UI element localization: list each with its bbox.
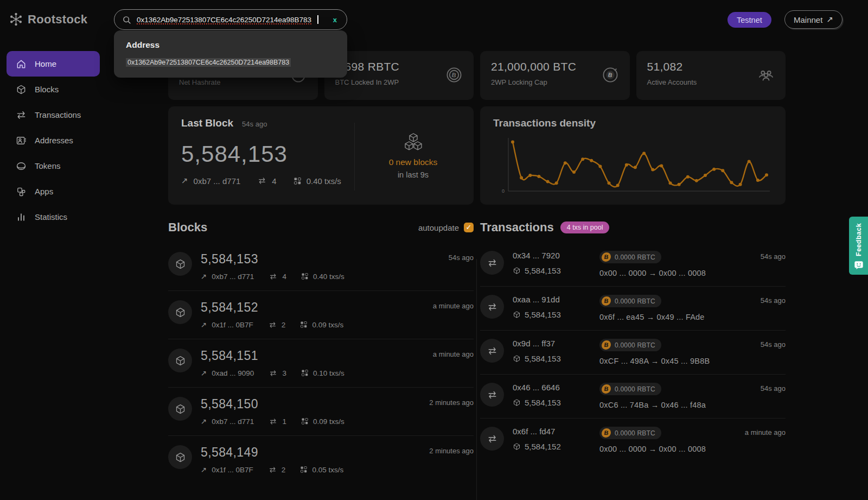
tx-hash[interactable]: 0x9d ... ff37 xyxy=(513,339,599,348)
block-number[interactable]: 5,584,150 xyxy=(201,397,344,412)
cube-icon xyxy=(175,258,186,270)
sidebar-item-label: Statistics xyxy=(35,212,67,221)
tx-block-number[interactable]: 5,584,153 xyxy=(525,354,561,363)
blocks-title: Blocks xyxy=(168,220,207,235)
sidebar-item-addresses[interactable]: Addresses xyxy=(7,128,100,153)
swap-icon xyxy=(258,176,266,185)
tx-route[interactable]: 0x00 ... 0000 → 0x00 ... 0008 xyxy=(599,445,745,453)
tx-hash[interactable]: 0xaa ... 91dd xyxy=(513,295,599,304)
stat-value: 51,082 xyxy=(647,60,775,73)
block-row[interactable]: 5,584,153 ↗ 0xb7 ... d771 4 0.40 txs/s 5… xyxy=(168,243,474,291)
bitcoin-target-icon: B xyxy=(602,66,619,84)
rootstock-logo[interactable]: Rootstock xyxy=(9,12,87,27)
mainnet-label: Mainnet xyxy=(794,15,822,24)
cube-icon xyxy=(175,355,186,366)
tx-route[interactable]: 0xC6 ... 74Ba → 0x46 ... f48a xyxy=(599,401,761,409)
grid-icon xyxy=(302,418,308,425)
autoupdate-label: autoupdate xyxy=(418,223,459,232)
tx-hash[interactable]: 0x6f ... fd47 xyxy=(513,427,599,436)
tx-hash[interactable]: 0x46 ... 6646 xyxy=(513,383,599,392)
mainnet-button[interactable]: Mainnet ↗ xyxy=(784,10,843,29)
miner-arrow-icon: ↗ xyxy=(181,176,188,186)
sidebar: Home Blocks Transactions Addresses Token… xyxy=(7,51,100,230)
transactions-density-panel: Transactions density 0 xyxy=(480,106,786,205)
tx-block-number[interactable]: 5,584,152 xyxy=(525,442,561,451)
clear-search-button[interactable]: x xyxy=(331,16,339,24)
feedback-button[interactable]: Feedback xyxy=(849,217,868,275)
tx-route[interactable]: 0x00 ... 0000 → 0x00 ... 0008 xyxy=(599,269,761,277)
address-result-item[interactable]: 0x1362Ab9e72513807CE6c4c26250D7214ea98B7… xyxy=(126,58,291,67)
block-miner[interactable]: 0xb7 ... d771 xyxy=(212,417,254,426)
sidebar-item-label: Blocks xyxy=(35,85,59,94)
tx-value: 0.0000 RBTC xyxy=(615,429,655,437)
block-row[interactable]: 5,584,151 ↗ 0xad ... 9090 3 0.10 txs/s a… xyxy=(168,339,474,388)
transaction-row[interactable]: 0xaa ... 91dd 5,584,153 B 0.0000 RBTC 0x… xyxy=(480,287,786,331)
bitcoin-circle-icon: B xyxy=(445,66,463,84)
transaction-row[interactable]: 0x9d ... ff37 5,584,153 B 0.0000 RBTC 0x… xyxy=(480,331,786,375)
block-row[interactable]: 5,584,152 ↗ 0x1f ... 0B7F 2 0.09 txs/s a… xyxy=(168,291,474,339)
tx-hash[interactable]: 0x34 ... 7920 xyxy=(513,251,599,260)
text-caret xyxy=(317,15,318,24)
transaction-row[interactable]: 0x34 ... 7920 5,584,153 B 0.0000 RBTC 0x… xyxy=(480,243,786,287)
block-tx-count: 2 xyxy=(282,321,286,329)
sidebar-item-label: Home xyxy=(35,59,56,68)
svg-text:B: B xyxy=(451,71,457,78)
block-rate: 0.40 txs/s xyxy=(313,273,344,281)
tx-route[interactable]: 0xCF ... 498A → 0x45 ... 9B8B xyxy=(599,357,761,365)
block-row[interactable]: 5,584,150 ↗ 0xb7 ... d771 1 0.09 txs/s 2… xyxy=(168,388,474,436)
stat-label: BTC Locked In 2WP xyxy=(335,78,463,86)
cube-icon xyxy=(16,84,27,95)
feedback-label: Feedback xyxy=(855,223,863,256)
grid-icon xyxy=(301,466,307,473)
tx-block-number[interactable]: 5,584,153 xyxy=(525,398,561,407)
search-input[interactable]: 0x1362Ab9e72513807CE6c4c26250D7214ea98B7… xyxy=(114,9,347,30)
sidebar-item-blocks[interactable]: Blocks xyxy=(7,77,100,102)
sidebar-item-tokens[interactable]: Tokens xyxy=(7,153,100,179)
grid-icon xyxy=(294,178,301,185)
block-miner[interactable]: 0x1f ... 0B7F xyxy=(212,466,253,474)
stat-card-locking-cap: 21,000,000 BTC 2WP Locking Cap B xyxy=(480,51,630,100)
sidebar-item-label: Tokens xyxy=(35,161,61,170)
sidebar-item-label: Addresses xyxy=(35,136,73,145)
tx-time: 54s ago xyxy=(761,295,786,321)
block-time: a minute ago xyxy=(433,349,474,377)
block-miner[interactable]: 0x1f ... 0B7F xyxy=(212,321,253,329)
block-number[interactable]: 5,584,149 xyxy=(201,445,343,460)
y-axis-zero-label: 0 xyxy=(502,188,505,194)
block-miner[interactable]: 0xad ... 9090 xyxy=(212,369,254,377)
tx-route[interactable]: 0x6f ... ea45 → 0x49 ... FAde xyxy=(599,313,761,321)
search-value[interactable]: 0x1362Ab9e72513807CE6c4c26250D7214ea98B7… xyxy=(137,16,311,24)
grid-icon xyxy=(302,370,308,376)
block-number[interactable]: 5,584,151 xyxy=(201,349,344,363)
bitcoin-coin-icon: B xyxy=(601,296,611,306)
tx-value-badge: B 0.0000 RBTC xyxy=(599,339,661,351)
block-time: 2 minutes ago xyxy=(429,397,474,426)
sidebar-item-label: Apps xyxy=(35,187,53,196)
swap-icon xyxy=(269,273,277,281)
autoupdate-checkbox[interactable]: ✓ xyxy=(464,223,474,232)
block-row[interactable]: 5,584,149 ↗ 0x1f ... 0B7F 2 0.05 txs/s 2… xyxy=(168,436,474,484)
new-blocks-count: 0 new blocks xyxy=(355,157,471,167)
sidebar-item-apps[interactable]: Apps xyxy=(7,179,100,204)
block-number[interactable]: 5,584,153 xyxy=(201,252,344,267)
tx-value-badge: B 0.0000 RBTC xyxy=(599,295,661,307)
testnet-button[interactable]: Testnet xyxy=(727,12,771,28)
txs-in-pool-badge[interactable]: 4 txs in pool xyxy=(560,221,610,233)
sidebar-item-statistics[interactable]: Statistics xyxy=(7,204,100,230)
transaction-row[interactable]: 0x46 ... 6646 5,584,153 B 0.0000 RBTC 0x… xyxy=(480,375,786,419)
sidebar-item-home[interactable]: Home xyxy=(7,51,100,77)
sidebar-item-transactions[interactable]: Transactions xyxy=(7,102,100,128)
last-block-title: Last Block xyxy=(181,117,233,129)
block-miner[interactable]: 0xb7 ... d771 xyxy=(212,273,254,281)
stat-value: 21,000,000 BTC xyxy=(491,60,619,73)
block-time: a minute ago xyxy=(433,300,474,329)
last-block-miner[interactable]: 0xb7 ... d771 xyxy=(194,176,241,186)
swap-icon xyxy=(487,346,497,356)
transactions-list: Transactions 4 txs in pool 0x34 ... 7920… xyxy=(480,218,786,484)
tx-block-number[interactable]: 5,584,153 xyxy=(525,266,561,275)
tx-block-number[interactable]: 5,584,153 xyxy=(525,310,561,319)
transaction-row[interactable]: 0x6f ... fd47 5,584,152 B 0.0000 RBTC 0x… xyxy=(480,419,786,462)
grid-icon xyxy=(301,321,307,328)
block-number[interactable]: 5,584,152 xyxy=(201,300,343,315)
tx-time: 54s ago xyxy=(761,383,786,409)
